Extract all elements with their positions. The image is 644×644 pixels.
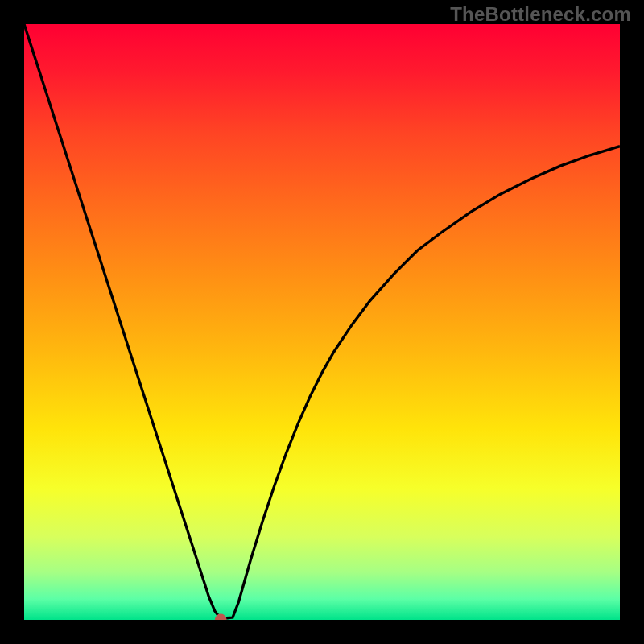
gradient-background [24,24,620,620]
watermark-text: TheBottleneck.com [450,3,631,26]
bottleneck-chart [24,24,620,620]
chart-frame: TheBottleneck.com [0,0,644,644]
